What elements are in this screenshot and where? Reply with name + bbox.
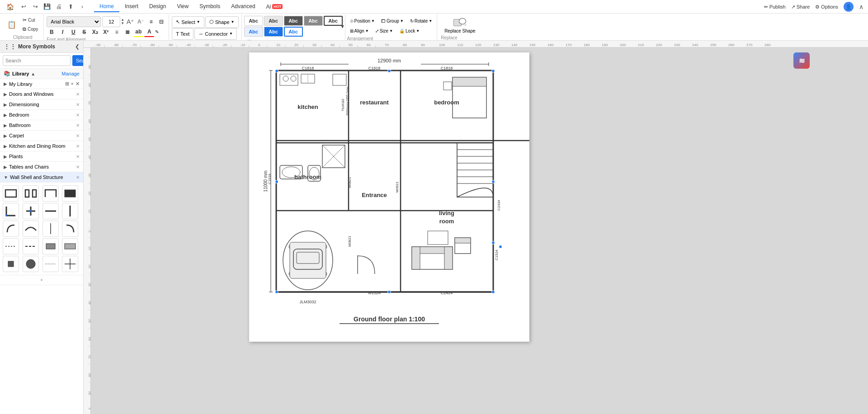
strikethrough-button[interactable]: S — [79, 27, 89, 37]
category-tables-chairs[interactable]: ▶ Tables and Chairs ✕ — [0, 162, 83, 172]
group-button[interactable]: ⧠Group▼ — [378, 16, 406, 26]
tab-view[interactable]: View — [171, 1, 194, 12]
style-swatch-4[interactable]: Abc — [304, 16, 323, 26]
symbol-search-input[interactable] — [3, 55, 71, 66]
category-plants[interactable]: ▶ Plants ✕ — [0, 151, 83, 162]
collapse-panel-button[interactable]: ❮ — [75, 43, 80, 50]
style-swatch-3[interactable]: Abc — [284, 16, 303, 26]
shape-hline[interactable] — [42, 203, 59, 219]
shape-arc-flat[interactable] — [23, 221, 39, 237]
shape-rect-gap[interactable] — [23, 185, 39, 202]
tab-ai[interactable]: Ai HOT — [261, 1, 288, 12]
print-button[interactable]: 🖨 — [53, 1, 64, 12]
style-swatch-2[interactable]: Abc — [264, 16, 283, 26]
tab-design[interactable]: Design — [144, 1, 171, 12]
text-align-more-btn[interactable]: ⊟ — [157, 17, 166, 26]
cat-close-7[interactable]: ✕ — [76, 165, 80, 169]
font-size-increase-btn[interactable]: A⁺ — [126, 17, 135, 26]
cat-close-1[interactable]: ✕ — [76, 102, 80, 107]
tab-insert[interactable]: Insert — [119, 1, 144, 12]
publish-button[interactable]: ✏Publish — [764, 4, 786, 10]
rotate-button[interactable]: ↻Rotate▼ — [407, 16, 435, 26]
font-size-decrease-btn[interactable]: A⁻ — [136, 17, 145, 26]
cat-close-4[interactable]: ✕ — [76, 133, 80, 138]
copy-button[interactable]: ⧉Copy — [20, 25, 41, 33]
shape-solid-sm[interactable] — [3, 256, 19, 272]
shape-filled-rect2[interactable] — [62, 238, 78, 254]
user-avatar[interactable]: 👤 — [844, 2, 854, 12]
text-align-btn[interactable]: ≡ — [146, 17, 156, 26]
tab-home[interactable]: Home — [94, 1, 119, 12]
save-button[interactable]: 💾 — [42, 1, 52, 12]
undo-button[interactable]: ↩ — [18, 1, 29, 12]
category-bathroom[interactable]: ▶ Bathroom ✕ — [0, 120, 83, 131]
my-library-expand[interactable]: ▶ — [4, 81, 7, 86]
style-swatch-6[interactable]: Abc — [244, 27, 263, 37]
panel-collapse-button[interactable]: ∧ — [859, 3, 863, 10]
cat-close-0[interactable]: ✕ — [76, 92, 80, 97]
canvas-area[interactable]: 12900 mm — [91, 48, 868, 414]
align-button[interactable]: ⊞Align▼ — [347, 26, 372, 36]
subscript-button[interactable]: X₂ — [90, 27, 100, 37]
font-size-input[interactable] — [102, 16, 120, 27]
cat-close-5[interactable]: ✕ — [76, 144, 80, 149]
options-button[interactable]: ⚙Options — [815, 4, 838, 10]
lock-button[interactable]: 🔒Lock▼ — [396, 26, 422, 36]
shape-vline[interactable] — [62, 203, 78, 219]
cat-close-6[interactable]: ✕ — [76, 154, 80, 159]
shape-rect[interactable] — [3, 185, 19, 202]
paste-button[interactable]: 📋 — [5, 15, 19, 33]
shape-dashed2[interactable] — [23, 238, 39, 254]
share-button[interactable]: ↗Share — [791, 4, 810, 10]
cut-button[interactable]: ✂Cut — [20, 16, 41, 24]
superscript-button[interactable]: X² — [101, 27, 111, 37]
bold-button[interactable]: B — [47, 27, 57, 37]
my-library-add-btn[interactable]: + — [71, 81, 74, 87]
underline-button[interactable]: U — [68, 27, 78, 37]
cat-close-8[interactable]: ✕ — [76, 175, 80, 180]
style-more-button[interactable]: ▾ — [341, 23, 344, 30]
shape-T[interactable] — [23, 203, 39, 219]
shape-rect-fill[interactable] — [62, 185, 78, 202]
floorplan-svg[interactable]: 12900 mm — [249, 52, 529, 342]
shape-dots-h[interactable] — [42, 256, 59, 272]
style-swatch-7[interactable]: Abc — [264, 27, 283, 37]
replace-shape-button[interactable]: → Replace Shape — [441, 16, 479, 35]
font-family-select[interactable]: Arial Black — [47, 16, 101, 27]
my-library-grid-btn[interactable]: ⊞ — [65, 81, 69, 87]
tab-advanced[interactable]: Advanced — [226, 1, 260, 12]
list-format-btn[interactable]: ≡ — [112, 27, 122, 37]
italic-button[interactable]: I — [57, 27, 67, 37]
style-swatch-5[interactable]: Abc — [324, 16, 343, 26]
connector-tool-button[interactable]: ↔ Connector ▼ — [194, 28, 237, 40]
my-library-close-btn[interactable]: ✕ — [75, 81, 80, 87]
list-format2-btn[interactable]: ≣ — [123, 27, 132, 37]
font-highlight-btn[interactable]: ab — [133, 27, 143, 37]
style-swatch-1[interactable]: Abc — [244, 16, 263, 26]
redo-button[interactable]: ↪ — [30, 1, 41, 12]
shape-dashed1[interactable] — [3, 238, 19, 254]
edit-icon-btn[interactable]: ✎ — [155, 28, 163, 36]
my-library-label[interactable]: My Library — [9, 81, 32, 87]
text-tool-button[interactable]: T Text — [172, 28, 193, 40]
shape-arc-left[interactable] — [3, 221, 19, 237]
position-button[interactable]: ⊹Position▼ — [347, 16, 378, 26]
category-doors-windows[interactable]: ▶ Doors and Windows ✕ — [0, 89, 83, 99]
shape-tool-button[interactable]: ⬡ Shape ▼ — [205, 16, 239, 28]
tab-symbols[interactable]: Symbols — [194, 1, 226, 12]
category-bedroom[interactable]: ▶ Bedroom ✕ — [0, 110, 83, 120]
font-color-btn[interactable]: A — [144, 27, 154, 37]
more-menu-button[interactable]: › — [77, 1, 88, 12]
cat-close-2[interactable]: ✕ — [76, 113, 80, 118]
shape-filled-rect1[interactable] — [42, 238, 59, 254]
add-shape-hint[interactable]: + — [40, 278, 43, 282]
category-wall-shell[interactable]: ▼ Wall Shell and Structure ✕ — [0, 172, 83, 183]
select-tool-button[interactable]: ↖ Select ▼ — [172, 16, 204, 28]
shape-crosshair[interactable] — [62, 256, 78, 272]
size-button[interactable]: ⤢Size▼ — [373, 26, 396, 36]
symbol-search-button[interactable]: Search — [72, 55, 84, 66]
cat-close-3[interactable]: ✕ — [76, 123, 80, 128]
shape-rect-open[interactable] — [42, 185, 59, 202]
export-button[interactable]: ⬆ — [65, 1, 76, 12]
shape-L[interactable] — [3, 203, 19, 219]
